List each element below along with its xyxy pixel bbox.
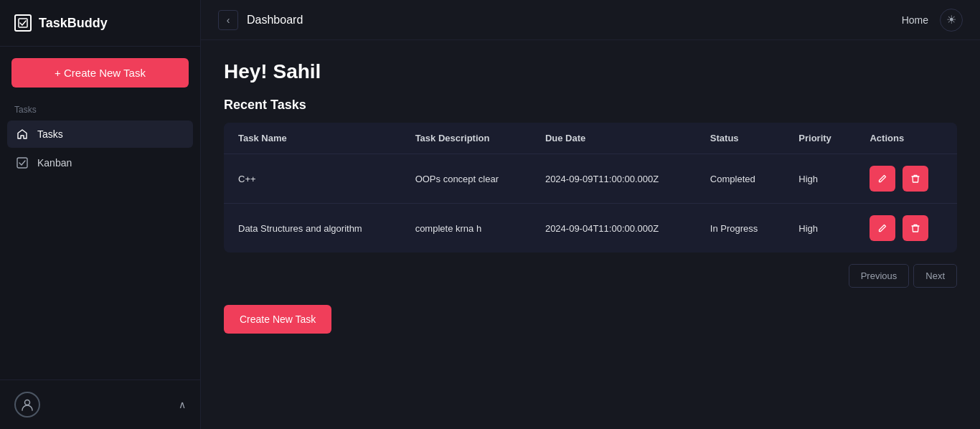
table-header-row: Task Name Task Description Due Date Stat… bbox=[224, 123, 957, 154]
collapse-icon: ‹ bbox=[227, 14, 230, 26]
cell-actions bbox=[855, 204, 957, 253]
sidebar: TaskBuddy + Create New Task Tasks Tasks … bbox=[0, 0, 201, 429]
sidebar-tasks-label: Tasks bbox=[37, 128, 63, 140]
create-new-task-bottom-button[interactable]: Create New Task bbox=[224, 305, 331, 334]
cell-actions bbox=[855, 154, 957, 204]
cell-task-name: Data Structures and algorithm bbox=[224, 204, 401, 253]
col-actions: Actions bbox=[855, 123, 957, 154]
content-area: Hey! Sahil Recent Tasks Task Name Task D… bbox=[201, 40, 980, 429]
task-table: Task Name Task Description Due Date Stat… bbox=[224, 123, 957, 253]
col-status: Status bbox=[696, 123, 784, 154]
table-row: Data Structures and algorithm complete k… bbox=[224, 204, 957, 253]
sidebar-kanban-label: Kanban bbox=[37, 157, 72, 169]
avatar[interactable] bbox=[14, 392, 40, 418]
cell-due-date: 2024-09-09T11:00:00.000Z bbox=[531, 154, 696, 204]
collapse-sidebar-button[interactable]: ‹ bbox=[218, 10, 238, 30]
sidebar-footer: ∧ bbox=[0, 380, 200, 429]
chevron-up-icon[interactable]: ∧ bbox=[179, 399, 186, 410]
cell-due-date: 2024-09-04T11:00:00.000Z bbox=[531, 204, 696, 253]
svg-point-2 bbox=[25, 400, 30, 405]
cell-status: In Progress bbox=[696, 204, 784, 253]
check-square-icon bbox=[16, 156, 29, 169]
tasks-section-label: Tasks bbox=[0, 99, 200, 118]
cell-task-desc: OOPs concept clear bbox=[401, 154, 531, 204]
table-row: C++ OOPs concept clear 2024-09-09T11:00:… bbox=[224, 154, 957, 204]
col-task-name: Task Name bbox=[224, 123, 401, 154]
edit-task-button-0[interactable] bbox=[870, 166, 895, 192]
cell-status: Completed bbox=[696, 154, 784, 204]
cell-priority: High bbox=[784, 204, 855, 253]
previous-button[interactable]: Previous bbox=[849, 264, 910, 288]
logo-icon bbox=[14, 14, 32, 32]
logo-text: TaskBuddy bbox=[39, 16, 108, 31]
cell-task-desc: complete krna h bbox=[401, 204, 531, 253]
sidebar-navigation: Tasks Kanban bbox=[0, 118, 200, 179]
pagination: Previous Next bbox=[224, 264, 957, 288]
delete-task-button-1[interactable] bbox=[903, 215, 928, 241]
topbar-right: Home ☀ bbox=[902, 9, 963, 32]
home-link[interactable]: Home bbox=[902, 14, 928, 26]
next-button[interactable]: Next bbox=[913, 264, 957, 288]
main-area: ‹ Dashboard Home ☀ Hey! Sahil Recent Tas… bbox=[201, 0, 980, 429]
task-table-wrapper: Task Name Task Description Due Date Stat… bbox=[224, 123, 957, 253]
topbar-title: Dashboard bbox=[247, 14, 303, 27]
home-icon bbox=[16, 128, 29, 141]
topbar-left: ‹ Dashboard bbox=[218, 10, 303, 30]
sidebar-item-tasks[interactable]: Tasks bbox=[7, 121, 193, 148]
section-title: Recent Tasks bbox=[224, 98, 957, 113]
svg-rect-1 bbox=[17, 158, 27, 168]
edit-task-button-1[interactable] bbox=[870, 215, 895, 241]
col-priority: Priority bbox=[784, 123, 855, 154]
col-due-date: Due Date bbox=[531, 123, 696, 154]
sidebar-item-kanban[interactable]: Kanban bbox=[7, 149, 193, 176]
cell-task-name: C++ bbox=[224, 154, 401, 204]
sun-icon: ☀ bbox=[946, 13, 956, 27]
cell-priority: High bbox=[784, 154, 855, 204]
delete-task-button-0[interactable] bbox=[903, 166, 928, 192]
theme-toggle-button[interactable]: ☀ bbox=[940, 9, 963, 32]
col-task-desc: Task Description bbox=[401, 123, 531, 154]
logo-area: TaskBuddy bbox=[0, 0, 200, 47]
create-task-sidebar-button[interactable]: + Create New Task bbox=[11, 58, 189, 88]
greeting-text: Hey! Sahil bbox=[224, 60, 957, 83]
topbar: ‹ Dashboard Home ☀ bbox=[201, 0, 980, 40]
